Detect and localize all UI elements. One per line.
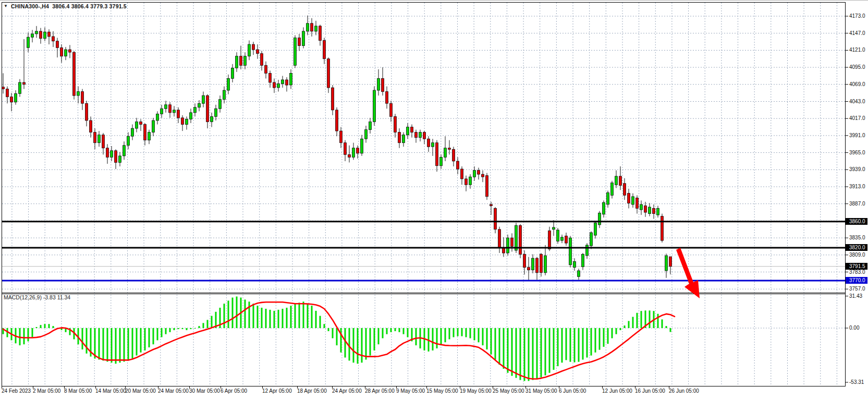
candle-body-up	[119, 156, 121, 163]
candle-body-up	[594, 223, 597, 235]
candle-body-down	[486, 176, 488, 197]
time-axis-label: 28 Apr 05:00	[365, 388, 395, 394]
candle-body-down	[478, 171, 480, 175]
candle-body-down	[327, 59, 330, 88]
macd-axis-label: -53.31	[849, 379, 864, 385]
candle-body-down	[661, 216, 664, 241]
chart-canvas[interactable]	[0, 1, 868, 399]
candle-body-up	[219, 100, 222, 109]
candle-body-up	[65, 50, 67, 56]
candle-body-up	[136, 122, 138, 129]
candle-body-up	[615, 176, 618, 185]
time-axis-label: 24 Apr 05:00	[332, 388, 362, 394]
candle-body-up	[407, 127, 409, 135]
time-axis-label: 24 Feb 2023	[2, 388, 31, 394]
price-axis-label: 3991.0	[849, 132, 865, 139]
symbol-dropdown-arrow-icon[interactable]: ▼	[4, 4, 8, 8]
candle-body-down	[386, 92, 388, 104]
candle-body-up	[194, 107, 197, 113]
candle-body-up	[444, 148, 447, 158]
ohlc-values-label: 3806.4 3806.4 3779.3 3791.5	[52, 3, 127, 9]
candle-body-up	[611, 183, 614, 196]
price-line-label: 3770.0	[846, 277, 867, 284]
candle-body-down	[503, 248, 505, 253]
candle-body-up	[373, 90, 376, 122]
candle-body-up	[553, 227, 555, 229]
candle-body-up	[365, 130, 368, 139]
candle-body-up	[302, 31, 305, 46]
time-axis-label: 14 Mar 05:00	[95, 388, 126, 394]
candle-body-up	[15, 93, 17, 102]
candle-body-down	[106, 148, 109, 158]
candle-body-down	[348, 154, 351, 157]
price-axis-label: 3965.0	[849, 150, 865, 156]
candle-body-up	[590, 233, 593, 246]
candle-body-up	[507, 238, 509, 253]
price-axis-label: 4095.0	[849, 64, 865, 70]
candle-body-down	[382, 79, 384, 92]
time-axis-label: 15 May 05:00	[426, 388, 458, 394]
time-axis-label: 12 Jun 05:00	[602, 388, 632, 394]
candle-body-up	[35, 31, 38, 34]
macd-indicator-label: MACD(12,26,9) -3.83 11.34	[4, 294, 70, 300]
candle-body-up	[632, 197, 634, 204]
candle-body-down	[540, 255, 543, 273]
candle-body-up	[469, 177, 472, 185]
candle-body-up	[290, 73, 292, 85]
candle-body-up	[227, 79, 230, 91]
price-axis-label: 4173.0	[849, 13, 865, 19]
candle-body-up	[607, 192, 609, 204]
candle-body-up	[657, 209, 659, 215]
candle-body-down	[319, 26, 322, 41]
candle-body-down	[2, 87, 5, 89]
macd-axis-label: 0.00	[849, 325, 859, 331]
candle-body-down	[453, 149, 455, 161]
time-axis-label: 24 Mar 05:00	[158, 388, 189, 394]
time-axis-label: 12 Apr 05:00	[262, 388, 292, 394]
candle-body-down	[23, 82, 26, 84]
candle-body-down	[519, 225, 522, 254]
time-axis-label: 26 Jun 05:00	[669, 388, 699, 394]
chart-window: ▼ CHINA300-,H4 3806.4 3806.4 3779.3 3791…	[0, 0, 868, 399]
candle-body-down	[628, 194, 630, 203]
candle-body-up	[123, 146, 126, 156]
candle-body-up	[557, 230, 559, 241]
candle-body-down	[102, 135, 105, 148]
candle-body-up	[315, 26, 317, 31]
candle-body-down	[644, 206, 647, 213]
candle-body-down	[73, 52, 76, 95]
time-axis-label: 25 May 05:00	[493, 388, 524, 394]
candle-body-up	[98, 135, 101, 143]
candle-body-down	[181, 118, 184, 125]
candle-body-up	[361, 139, 363, 153]
candle-body-down	[336, 110, 338, 131]
candle-body-down	[461, 169, 463, 179]
candle-body-up	[473, 171, 476, 177]
price-axis-label: 4043.0	[849, 99, 865, 105]
candle-body-up	[156, 114, 159, 120]
candle-body-down	[81, 92, 84, 104]
candle-body-down	[115, 151, 117, 163]
candle-body-down	[261, 54, 263, 66]
candle-body-down	[94, 132, 96, 143]
candle-body-down	[140, 122, 142, 125]
candle-body-up	[223, 90, 226, 100]
candle-body-up	[186, 119, 188, 125]
candle-body-up	[307, 23, 309, 31]
candle-body-down	[340, 131, 343, 143]
candle-body-up	[282, 80, 284, 84]
candle-body-up	[215, 108, 217, 116]
candle-body-down	[273, 82, 276, 88]
price-line-label: 3860.0	[846, 218, 867, 225]
candle-body-up	[432, 143, 434, 147]
candle-body-up	[111, 151, 113, 158]
candle-body-down	[52, 37, 55, 41]
candle-body-up	[369, 122, 372, 130]
candle-body-down	[482, 174, 484, 177]
candle-body-down	[332, 88, 334, 110]
candle-body-down	[457, 161, 459, 169]
candle-body-up	[131, 128, 134, 136]
candle-body-up	[532, 258, 534, 270]
price-chart-plot-area[interactable]	[0, 1, 868, 399]
candle-body-down	[206, 95, 209, 122]
